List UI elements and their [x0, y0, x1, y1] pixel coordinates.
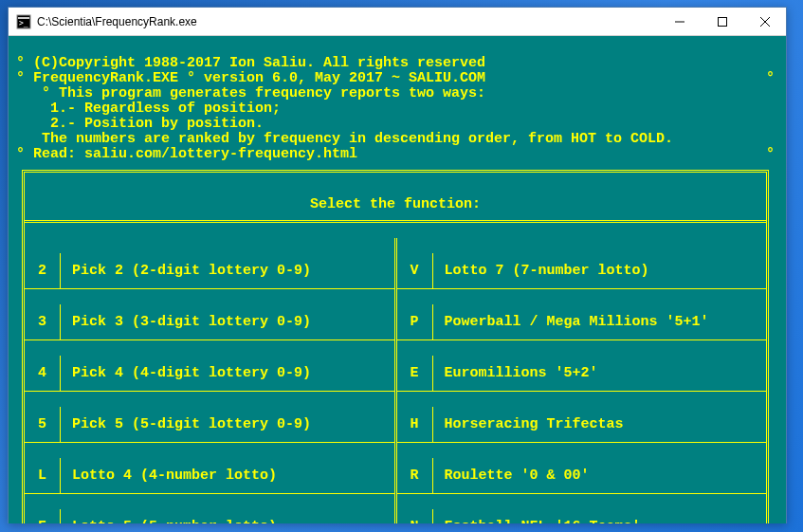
- menu-key: P: [397, 304, 433, 339]
- menu-item-2[interactable]: 2Pick 2 (2-digit lottery 0-9): [25, 253, 394, 289]
- program-line: FrequencyRank.EXE ° version 6.0, May 201…: [33, 70, 485, 86]
- copyright-text: (C)Copyright 1988-2017 Ion Saliu. All ri…: [33, 55, 485, 71]
- menu-item-4[interactable]: 4Pick 4 (4-digit lottery 0-9): [25, 356, 394, 392]
- app-icon: >_: [16, 14, 31, 29]
- menu-key: V: [397, 253, 433, 288]
- menu-label: Powerball / Mega Millions '5+1': [433, 315, 767, 330]
- menu-label: Pick 5 (5-digit lottery 0-9): [61, 417, 394, 432]
- menu-label: Pick 3 (3-digit lottery 0-9): [61, 315, 394, 330]
- menu-item-R[interactable]: RRoulette '0 & 00': [397, 458, 767, 494]
- menu-key: R: [397, 458, 433, 493]
- menu-label: Pick 2 (2-digit lottery 0-9): [61, 264, 394, 279]
- menu-item-L[interactable]: LLotto 4 (4-number lotto): [25, 458, 394, 494]
- menu-box: Select the function: 2Pick 2 (2-digit lo…: [22, 170, 769, 523]
- menu-label: Football NFL '16 Teams': [433, 520, 767, 524]
- menu-label: Euromillions '5+2': [433, 366, 767, 381]
- menu-label: Lotto 4 (4-number lotto): [61, 468, 394, 484]
- close-button[interactable]: [743, 8, 786, 35]
- opt2: 2.- Position by position.: [50, 116, 264, 132]
- menu-item-P[interactable]: PPowerball / Mega Millions '5+1': [397, 304, 767, 340]
- app-window: >_ C:\Scientia\FrequencyRank.exe ° (C)Co…: [8, 7, 787, 523]
- desc2: The numbers are ranked by frequency in d…: [42, 131, 673, 147]
- menu-label: Roulette '0 & 00': [433, 468, 767, 484]
- menu-item-N[interactable]: NFootball NFL '16 Teams': [397, 509, 767, 523]
- titlebar[interactable]: >_ C:\Scientia\FrequencyRank.exe: [9, 8, 786, 36]
- menu-item-H[interactable]: HHorseracing Trifectas: [397, 407, 767, 443]
- terminal-content: ° (C)Copyright 1988-2017 Ion Saliu. All …: [9, 36, 786, 523]
- desc1: This program generates frequency reports…: [59, 85, 485, 101]
- menu-body: 2Pick 2 (2-digit lottery 0-9) 3Pick 3 (3…: [25, 238, 766, 523]
- menu-item-3[interactable]: 3Pick 3 (3-digit lottery 0-9): [25, 304, 394, 340]
- opt1: 1.- Regardless of position;: [50, 101, 281, 117]
- menu-key: N: [397, 509, 433, 523]
- menu-key: E: [397, 356, 433, 391]
- menu-key: 4: [25, 356, 61, 391]
- menu-label: Horseracing Trifectas: [433, 417, 767, 432]
- menu-key: 2: [25, 253, 61, 288]
- menu-label: Lotto 7 (7-number lotto): [433, 264, 767, 279]
- menu-col-right: VLotto 7 (7-number lotto) PPowerball / M…: [397, 238, 767, 523]
- svg-text:>_: >_: [19, 19, 28, 28]
- menu-title: Select the function:: [25, 188, 766, 223]
- terminal[interactable]: ° (C)Copyright 1988-2017 Ion Saliu. All …: [9, 36, 786, 523]
- minimize-button[interactable]: [658, 8, 701, 35]
- menu-item-5[interactable]: 5Pick 5 (5-digit lottery 0-9): [25, 407, 394, 443]
- menu-col-left: 2Pick 2 (2-digit lottery 0-9) 3Pick 3 (3…: [25, 238, 397, 523]
- svg-rect-4: [718, 17, 726, 26]
- menu-label: Lotto 5 (5-number lotto): [61, 520, 394, 524]
- menu-item-F[interactable]: FLotto 5 (5-number lotto): [25, 509, 394, 523]
- menu-key: F: [25, 509, 61, 523]
- read-line: Read: saliu.com/lottery-frequency.html: [33, 146, 357, 162]
- maximize-button[interactable]: [701, 8, 743, 35]
- menu-item-E[interactable]: EEuromillions '5+2': [397, 356, 767, 392]
- menu-key: 3: [25, 304, 61, 339]
- menu-label: Pick 4 (4-digit lottery 0-9): [61, 366, 394, 381]
- window-title: C:\Scientia\FrequencyRank.exe: [37, 15, 658, 28]
- menu-key: L: [25, 458, 61, 493]
- menu-key: H: [397, 407, 433, 442]
- menu-key: 5: [25, 407, 61, 442]
- menu-item-V[interactable]: VLotto 7 (7-number lotto): [397, 253, 767, 289]
